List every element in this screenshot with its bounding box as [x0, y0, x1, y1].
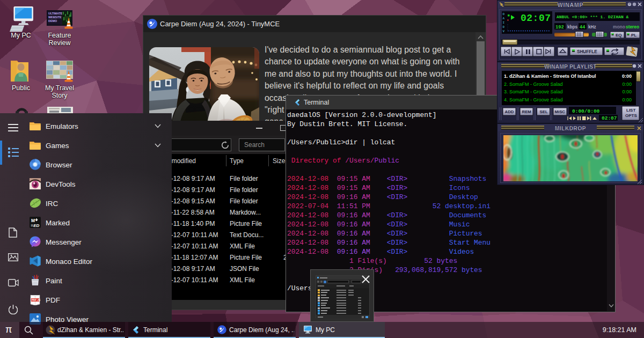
svg-text:0:00/0:00: 0:00/0:00: [572, 108, 600, 114]
svg-text:MiSC: MiSC: [555, 109, 566, 114]
svg-text:mono: mono: [613, 24, 625, 30]
svg-text:2. SomaFM - Groove Salad: 2. SomaFM - Groove Salad: [504, 82, 563, 87]
svg-text:M: M: [31, 218, 35, 223]
svg-text:kbps: kbps: [567, 25, 578, 30]
svg-text:I: I: [503, 21, 505, 25]
svg-text:0:00: 0:00: [622, 74, 632, 79]
svg-text:02:07: 02:07: [521, 13, 551, 24]
svg-text:ADD: ADD: [505, 109, 514, 114]
svg-text:4. SomaFM - Groove Salad: 4. SomaFM - Groove Salad: [504, 97, 563, 102]
svg-text:PL: PL: [631, 33, 636, 38]
svg-text:DEMO: DEMO: [48, 19, 57, 23]
svg-text:0:00: 0:00: [622, 89, 632, 94]
svg-text:WEBSITE: WEBSITE: [48, 16, 62, 19]
svg-text:0:00: 0:00: [622, 82, 632, 87]
svg-text:1. dZihan & Kamien - Streets O: 1. dZihan & Kamien - Streets Of Istanbul: [504, 74, 596, 79]
svg-text:V: V: [503, 30, 505, 33]
svg-text:3. SomaFM - Groove Salad: 3. SomaFM - Groove Salad: [504, 89, 563, 94]
svg-text:OPTS: OPTS: [625, 113, 637, 118]
svg-text:0:00: 0:00: [622, 97, 632, 102]
svg-text:WINAMP: WINAMP: [558, 2, 584, 8]
svg-text:≡ED: ≡ED: [31, 223, 40, 228]
svg-text:ANBUL <0:00> *** 1. DZIHAN &: ANBUL <0:00> *** 1. DZIHAN &: [557, 14, 629, 19]
svg-text:SHUFFLE: SHUFFLE: [577, 49, 597, 54]
svg-text:LIST: LIST: [626, 108, 635, 113]
svg-text:O: O: [503, 12, 505, 16]
svg-text:ULTIMATE: ULTIMATE: [48, 12, 63, 15]
svg-text:D: D: [503, 25, 505, 29]
svg-text:kHz: kHz: [588, 25, 596, 30]
svg-text:PDF JS: PDF JS: [32, 299, 40, 302]
svg-text:EQ: EQ: [616, 33, 622, 38]
svg-text:44: 44: [580, 25, 586, 30]
svg-text:stereo: stereo: [626, 24, 639, 30]
svg-text:WINAMP PLAYLIST: WINAMP PLAYLIST: [544, 64, 597, 70]
svg-text:SEL: SEL: [540, 109, 548, 114]
svg-text:A: A: [503, 17, 505, 20]
svg-text:192: 192: [555, 25, 564, 30]
svg-text:02:07: 02:07: [602, 115, 617, 121]
svg-text:MILKDROP: MILKDROP: [555, 126, 586, 131]
svg-text:REM: REM: [522, 109, 531, 114]
